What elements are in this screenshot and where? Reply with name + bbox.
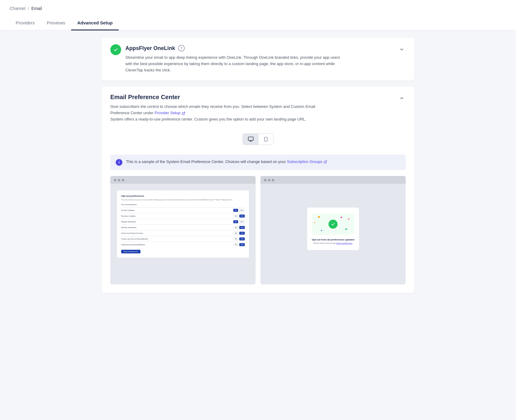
save-preferences-button[interactable]: Save Preferences	[121, 250, 140, 253]
tab-advanced-setup[interactable]: Advanced Setup	[71, 17, 119, 30]
desktop-toggle-button[interactable]	[243, 134, 259, 145]
email-preference-header: Email Preference Center Give subscribers…	[102, 86, 414, 128]
pref-no-button[interactable]: NO	[233, 215, 239, 218]
pref-row: Business Updates NO YES	[121, 213, 245, 219]
pref-yes-button[interactable]: YES	[239, 215, 245, 218]
info-banner-text: This is a sample of the System Email Pre…	[126, 159, 327, 165]
previews-grid: Opt-out preferences You can choose to op…	[110, 176, 406, 284]
pref-no-button[interactable]: NO	[233, 243, 239, 246]
pref-yes-button[interactable]: YES	[239, 243, 245, 246]
pref-yes-button[interactable]: YES	[239, 232, 245, 235]
email-preference-description: Give subscribers the control to choose w…	[110, 104, 327, 122]
subscription-external-link-icon	[324, 160, 327, 164]
pref-row: Product Updates NO YES	[121, 207, 245, 213]
preview-form-title: Opt-out preferences	[121, 195, 245, 197]
external-link-icon	[182, 111, 185, 115]
success-check-icon	[329, 220, 338, 229]
breadcrumb-current: Email	[31, 6, 42, 11]
help-icon[interactable]: ?	[178, 45, 185, 52]
pref-yes-button[interactable]: YES	[239, 209, 245, 212]
desktop-preview-right: Opt-out from all preferences updated We …	[260, 176, 406, 284]
email-preference-card: Email Preference Center Give subscribers…	[102, 86, 414, 293]
pref-row: Monthly Newsletter NO YES	[121, 224, 245, 230]
appsflyer-collapse-button[interactable]	[398, 45, 406, 54]
pref-row: Culture and Life at BenefedRobot NO YES	[121, 236, 245, 242]
info-banner: i This is a sample of the System Email P…	[110, 155, 406, 170]
email-preference-title: Email Preference Center	[110, 94, 327, 101]
success-card: Opt-out from all preferences updated We …	[307, 208, 359, 250]
success-title: Opt-out from all preferences updated	[312, 238, 354, 241]
breadcrumb-separator: /	[28, 6, 29, 11]
pref-row: Engineering at BenefedRobot NO YES	[121, 242, 245, 247]
tab-providers[interactable]: Providers	[10, 17, 41, 30]
device-toggle	[243, 133, 273, 145]
pref-no-button[interactable]: NO	[233, 226, 239, 229]
email-preference-collapse-button[interactable]	[398, 94, 406, 103]
svg-rect-0	[248, 137, 253, 140]
appsflyer-card: AppsFlyer OneLink ? Streamline your emai…	[102, 38, 414, 80]
pref-yes-button[interactable]: YES	[239, 220, 245, 223]
provider-setup-link[interactable]: Provider Setup	[155, 110, 185, 116]
pref-row: Online and Physical Events NO YES	[121, 230, 245, 236]
success-subtitle: We are sorry to see you go! Back to pref…	[312, 242, 354, 244]
subscription-groups-link[interactable]: Subscription Groups	[287, 159, 327, 165]
info-icon: i	[116, 159, 122, 166]
tabs-nav: Providers Previews Advanced Setup	[10, 17, 506, 30]
appsflyer-title: AppsFlyer OneLink	[125, 45, 175, 52]
tab-previews[interactable]: Previews	[41, 17, 71, 30]
preview-form-subtitle: You can choose to opt out of any of the …	[121, 199, 245, 201]
pref-row: Weekly Newsletter NO YES	[121, 219, 245, 224]
pref-yes-button[interactable]: YES	[239, 237, 245, 240]
mobile-toggle-button[interactable]	[259, 134, 273, 145]
breadcrumb: Channel / Email	[10, 6, 506, 14]
check-circle-icon	[110, 44, 121, 55]
pref-yes-button[interactable]: YES	[239, 226, 245, 229]
preview-section-title: All communications	[121, 204, 245, 205]
pref-no-button[interactable]: NO	[233, 237, 239, 240]
breadcrumb-channel: Channel	[10, 6, 25, 11]
appsflyer-description: Streamline your email to app deep linkin…	[125, 55, 342, 73]
back-to-preferences-link[interactable]: Back to preferences	[336, 242, 352, 244]
pref-no-button[interactable]: NO	[233, 209, 238, 212]
pref-no-button[interactable]: NO	[233, 220, 238, 223]
pref-no-button[interactable]: NO	[233, 232, 239, 235]
desktop-preview-left: Opt-out preferences You can choose to op…	[110, 176, 256, 284]
